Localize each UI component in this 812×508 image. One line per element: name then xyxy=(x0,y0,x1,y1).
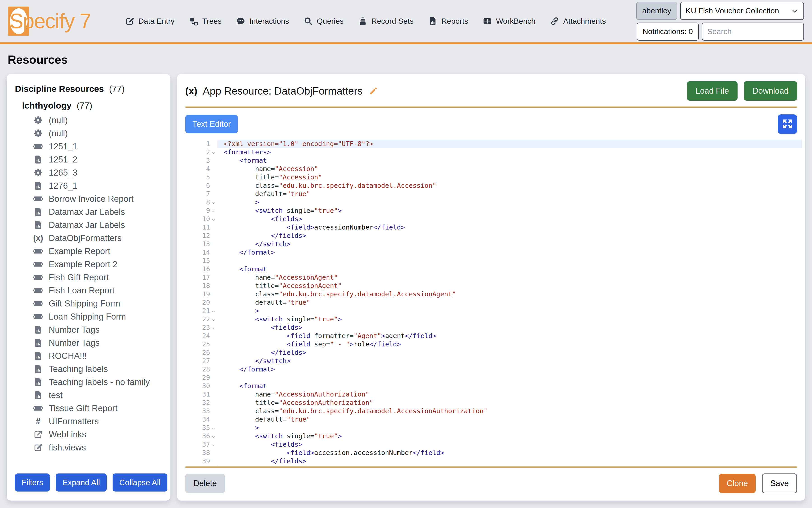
resource-item-dataobjformatters[interactable]: (x)DataObjFormatters xyxy=(33,231,162,245)
code-text[interactable]: > xyxy=(217,424,802,432)
code-text[interactable]: <fields> xyxy=(217,324,802,332)
nav-item-queries[interactable]: Queries xyxy=(304,16,344,26)
code-text[interactable]: </fields> xyxy=(217,457,802,465)
code-text[interactable]: <format xyxy=(217,265,802,273)
code-text[interactable]: <switch single="true"> xyxy=(217,207,802,215)
code-text[interactable]: class="edu.ku.brc.specify.datamodel.Acce… xyxy=(217,407,802,415)
resource-item-example-report[interactable]: Example Report xyxy=(33,245,162,258)
resource-item-number-tags[interactable]: Number Tags xyxy=(33,336,162,349)
clone-button[interactable]: Clone xyxy=(719,474,756,493)
code-text[interactable] xyxy=(217,374,802,382)
resource-item-1265-3[interactable]: 1265_3 xyxy=(33,166,162,179)
code-text[interactable]: </format> xyxy=(217,248,802,257)
fold-chevron-icon[interactable] xyxy=(210,441,217,450)
resource-item-null[interactable]: (null) xyxy=(33,114,162,127)
code-text[interactable]: class="edu.ku.brc.specify.datamodel.Acce… xyxy=(217,290,802,298)
code-text[interactable]: </fields> xyxy=(217,231,802,240)
code-text[interactable]: <format xyxy=(217,156,802,165)
load-file-button[interactable]: Load File xyxy=(687,81,737,101)
nav-item-data-entry[interactable]: Data Entry xyxy=(125,16,175,26)
fold-chevron-icon[interactable] xyxy=(210,308,217,316)
fullscreen-button[interactable] xyxy=(778,115,797,134)
resource-item-datamax-jar-labels[interactable]: Datamax Jar Labels xyxy=(33,205,162,218)
code-text[interactable]: <switch single="true"> xyxy=(217,315,802,324)
code-text[interactable]: </switch> xyxy=(217,240,802,248)
code-text[interactable]: name="AccessionAgent" xyxy=(217,273,802,282)
resource-item-fish-views[interactable]: fish.views xyxy=(33,441,162,454)
resource-item-rocha[interactable]: ROCHA!!! xyxy=(33,349,162,363)
resource-item-1251-2[interactable]: 1251_2 xyxy=(33,153,162,166)
save-button[interactable]: Save xyxy=(762,473,797,493)
code-text[interactable]: <formatters> xyxy=(217,148,802,156)
user-button[interactable]: abentley xyxy=(636,2,677,20)
code-text[interactable]: <field formatter="Agent">agent</field> xyxy=(217,332,802,340)
discipline-resources-header[interactable]: Discipline Resources (77) xyxy=(15,84,162,94)
resource-item-test[interactable]: test xyxy=(33,389,162,402)
nav-item-record-sets[interactable]: Record Sets xyxy=(358,16,414,26)
resource-item-weblinks[interactable]: WebLinks xyxy=(33,428,162,441)
code-text[interactable]: > xyxy=(217,307,802,315)
code-text[interactable]: name="Accession" xyxy=(217,165,802,173)
code-text[interactable]: <switch single="true"> xyxy=(217,432,802,440)
code-text[interactable]: <field sep=" - ">role</field> xyxy=(217,340,802,348)
download-button[interactable]: Download xyxy=(744,81,797,101)
resource-item-1276-1[interactable]: 1276_1 xyxy=(33,179,162,192)
fold-chevron-icon[interactable] xyxy=(210,207,217,216)
edit-title-pencil-icon[interactable] xyxy=(369,86,378,95)
resource-item-tissue-gift-report[interactable]: Tissue Gift Report xyxy=(33,402,162,415)
resource-item-teaching-labels[interactable]: Teaching labels xyxy=(33,363,162,376)
collection-select[interactable]: KU Fish Voucher Collection xyxy=(680,2,804,20)
resource-item-null[interactable]: (null) xyxy=(33,127,162,140)
code-text[interactable]: <format xyxy=(217,382,802,390)
code-text[interactable]: default="true" xyxy=(217,190,802,198)
specify-logo[interactable]: Specify 7 xyxy=(8,6,114,36)
expand-all-button[interactable]: Expand All xyxy=(56,473,106,492)
resource-item-loan-shipping-form[interactable]: Loan Shipping Form xyxy=(33,310,162,323)
code-text[interactable]: default="true" xyxy=(217,298,802,307)
nav-item-reports[interactable]: Reports xyxy=(428,16,468,26)
code-text[interactable]: </switch> xyxy=(217,357,802,365)
code-text[interactable]: name="AccessionAuthorization" xyxy=(217,390,802,398)
fold-chevron-icon[interactable] xyxy=(210,149,217,157)
code-text[interactable]: <field>accessionNumber</field> xyxy=(217,223,802,231)
code-text[interactable]: <fields> xyxy=(217,215,802,223)
code-text[interactable]: <field>accession.accessionNumber</field> xyxy=(217,449,802,457)
fold-chevron-icon[interactable] xyxy=(210,316,217,324)
filters-button[interactable]: Filters xyxy=(15,473,50,492)
code-text[interactable]: title="AccessionAgent" xyxy=(217,282,802,290)
resource-item-teaching-labels-no-family[interactable]: Teaching labels - no family xyxy=(33,376,162,389)
ichthyology-header[interactable]: Ichthyology (77) xyxy=(22,101,162,111)
code-text[interactable]: </format> xyxy=(217,365,802,374)
code-text[interactable]: title="Accession" xyxy=(217,173,802,181)
collapse-all-button[interactable]: Collapse All xyxy=(112,473,168,492)
resource-item-number-tags[interactable]: Number Tags xyxy=(33,323,162,336)
resource-item-fish-gift-report[interactable]: Fish Gift Report xyxy=(33,271,162,284)
nav-item-workbench[interactable]: WorkBench xyxy=(483,16,535,26)
delete-button[interactable]: Delete xyxy=(185,474,225,493)
code-text[interactable]: <?xml version="1.0" encoding="UTF-8"?> xyxy=(217,140,802,148)
fold-chevron-icon[interactable] xyxy=(210,424,217,433)
resource-item-1251-1[interactable]: 1251_1 xyxy=(33,140,162,153)
code-text[interactable]: title="AccessionAuthorization" xyxy=(217,398,802,407)
notifications-button[interactable]: Notifications: 0 xyxy=(637,23,699,41)
nav-item-interactions[interactable]: Interactions xyxy=(236,16,289,26)
resource-item-fish-loan-report[interactable]: Fish Loan Report xyxy=(33,284,162,297)
search-input[interactable] xyxy=(707,27,799,36)
code-text[interactable]: <fields> xyxy=(217,440,802,449)
nav-item-trees[interactable]: Trees xyxy=(189,16,222,26)
nav-item-attachments[interactable]: Attachments xyxy=(550,16,606,26)
fold-chevron-icon[interactable] xyxy=(210,324,217,333)
resource-item-example-report-2[interactable]: Example Report 2 xyxy=(33,258,162,271)
xml-code-editor[interactable]: 1<?xml version="1.0" encoding="UTF-8"?>2… xyxy=(185,140,802,466)
text-editor-tab[interactable]: Text Editor xyxy=(185,115,238,133)
code-text[interactable]: > xyxy=(217,198,802,207)
resource-item-borrow-invoice-report[interactable]: Borrow Invoice Report xyxy=(33,192,162,205)
resource-item-uiformatters[interactable]: #UIFormatters xyxy=(33,415,162,428)
resource-item-datamax-jar-labels[interactable]: Datamax Jar Labels xyxy=(33,218,162,231)
fold-chevron-icon[interactable] xyxy=(210,433,217,441)
code-text[interactable]: class="edu.ku.brc.specify.datamodel.Acce… xyxy=(217,181,802,190)
code-text[interactable] xyxy=(217,257,802,265)
code-text[interactable]: default="true" xyxy=(217,415,802,424)
resource-item-gift-shipping-form[interactable]: Gift Shipping Form xyxy=(33,297,162,310)
fold-chevron-icon[interactable] xyxy=(210,199,217,207)
